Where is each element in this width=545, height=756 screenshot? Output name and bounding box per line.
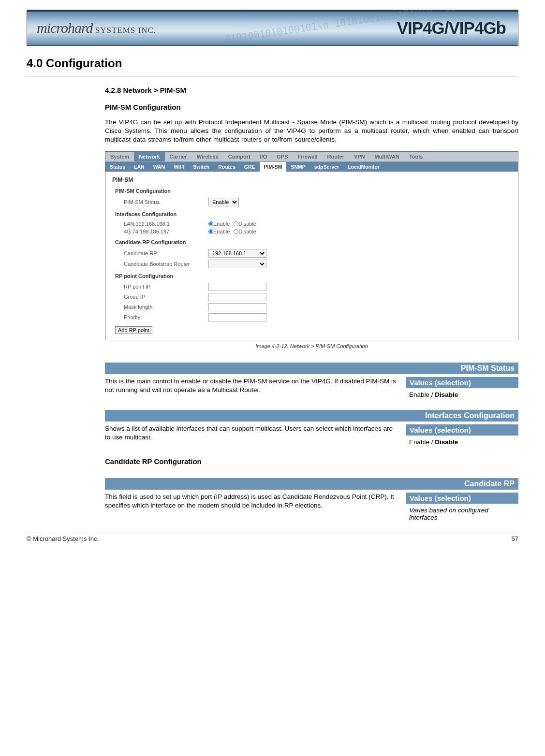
rp-field-input[interactable] [208,303,266,311]
top-nav-item[interactable]: GPS [272,152,293,161]
values-header: Values (selection) [406,377,518,388]
sub-nav-item[interactable]: Routes [214,162,240,172]
top-nav-item[interactable]: Comport [223,152,255,161]
rp-field-label: Priority [124,314,208,320]
interface-label: 4G:74.198.186.197 [124,229,208,234]
top-nav-item[interactable]: Tools [404,152,428,161]
top-nav-item[interactable]: System [105,152,134,161]
crp-label: Candidate RP [124,250,208,256]
divider [27,76,518,76]
disable-label: Disable [238,229,256,234]
cbr-label: Candidate Bootstrap Router [124,261,208,267]
rp-field-label: Mask length [124,304,208,310]
enable-radio[interactable] [208,229,213,234]
disable-radio[interactable] [234,221,238,226]
interface-label: LAN:192.168.168.1 [124,221,208,227]
top-nav-item[interactable]: Network [134,152,164,161]
top-nav-item[interactable]: VPN [349,152,370,161]
param-desc-crp: This field is used to set up which port … [105,493,399,521]
sub-nav-item[interactable]: sdpServer [310,162,343,172]
param-title: PIM-SM Status [105,363,518,374]
sub-nav-item[interactable]: SNMP [286,162,309,172]
rp-field-label: RP point IP [124,284,208,290]
sub-nav-item[interactable]: WAN [149,162,170,172]
param-desc: Shows a list of available interfaces tha… [105,424,399,446]
param-desc: This is the main control to enable or di… [105,377,399,398]
top-nav-item[interactable]: MultiWAN [370,152,404,161]
image-caption: Image 4-2-12: Network > PIM-SM Configura… [105,343,518,349]
enable-radio[interactable] [208,221,213,226]
sub-nav-item[interactable]: Status [105,162,130,172]
values-header-crp: Values (selection) [406,493,518,504]
sub-nav-item[interactable]: WIFI [169,162,189,172]
footer-right: 57 [512,535,518,542]
rp-field-input[interactable] [208,313,266,321]
values-text-crp: Varies based on configured interfaces [406,507,518,521]
cbr-select[interactable] [208,260,266,268]
sub-nav-item[interactable]: GRE [240,162,260,172]
sub-nav-item[interactable]: Switch [189,162,214,172]
sub-nav-item[interactable]: LocalMonitor [343,162,384,172]
rp-field-label: Group IP [124,294,208,300]
crp-select[interactable]: 192.168.168.1 [208,249,266,258]
sec1-title: PIM-SM Configuration [115,188,511,194]
footer-left: © Microhard Systems Inc. [27,535,99,542]
sub-nav-item[interactable]: LAN [130,162,149,172]
disable-label: Disable [238,221,256,227]
brand-main: microhard [37,20,92,36]
sec2-title: Interfaces Configuration [115,211,511,217]
header-banner: 0101001010100101\n 101010010101010\n 010… [27,10,518,46]
param-title: Interfaces Configuration [105,410,518,422]
config-heading: PIM-SM Configuration [105,103,518,111]
disable-radio[interactable] [234,229,238,234]
status-select[interactable]: Enable [208,198,239,206]
product-name: VIP4G/VIP4Gb [397,18,506,38]
add-rp-button[interactable]: Add RP point [115,326,152,334]
rp-field-input[interactable] [208,293,266,301]
top-nav-item[interactable]: Wireless [192,152,223,161]
sub-nav-item[interactable]: PIM-SM [260,162,287,172]
candidate-heading: Candidate RP Configuration [105,457,518,465]
sec4-title: RP point Configuration [115,273,511,279]
config-screenshot: SystemNetworkCarrierWirelessComportI/OGP… [105,151,518,340]
top-nav-item[interactable]: I/O [255,152,272,161]
sec3-title: Candidate RP Configuration [115,239,511,245]
values-text: Enable / Disable [406,391,518,398]
section-title: 4.0 Configuration [27,57,518,70]
param-title-crp: Candidate RP [105,478,518,490]
intro-paragraph: The VIP4G can be set up with Protocol In… [105,118,518,145]
enable-label: Enable [213,221,230,227]
panel-title: PIM-SM [112,176,511,183]
top-nav: SystemNetworkCarrierWirelessComportI/OGP… [105,152,518,162]
brand-suffix: SYSTEMS INC. [92,26,156,35]
top-nav-item[interactable]: Carrier [165,152,192,161]
values-header: Values (selection) [406,424,518,436]
brand-logo: microhard SYSTEMS INC. [37,20,156,36]
subsection-title: 4.2.8 Network > PIM-SM [105,86,518,94]
rp-field-input[interactable] [208,283,266,291]
sub-nav: StatusLANWANWIFISwitchRoutesGREPIM-SMSNM… [105,162,518,172]
top-nav-item[interactable]: Router [322,152,349,161]
status-label: PIM-SM Status [124,199,208,205]
top-nav-item[interactable]: Firewall [293,152,323,161]
values-text: Enable / Disable [406,438,518,446]
footer-divider [27,533,518,533]
enable-label: Enable [213,229,230,234]
